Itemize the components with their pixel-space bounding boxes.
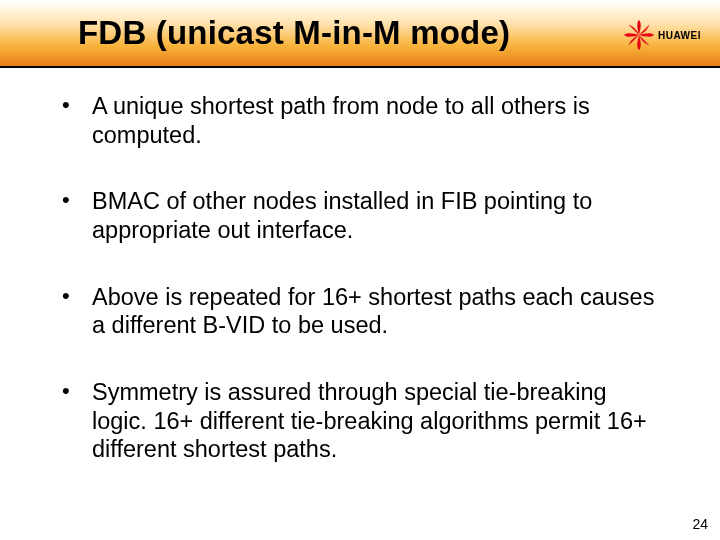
bullet-item: A unique shortest path from node to all …	[56, 92, 664, 149]
slide-header: FDB (unicast M-in-M mode) HUAWEI	[0, 0, 720, 68]
bullet-item: BMAC of other nodes installed in FIB poi…	[56, 187, 664, 244]
huawei-logo-text: HUAWEI	[658, 30, 701, 41]
slide-content: A unique shortest path from node to all …	[0, 68, 720, 464]
bullet-item: Symmetry is assured through special tie-…	[56, 378, 664, 464]
bullet-list: A unique shortest path from node to all …	[56, 92, 664, 464]
huawei-logo: HUAWEI	[624, 18, 702, 52]
slide-title: FDB (unicast M-in-M mode)	[78, 14, 510, 52]
huawei-flower-icon	[624, 20, 654, 50]
bullet-item: Above is repeated for 16+ shortest paths…	[56, 283, 664, 340]
page-number: 24	[692, 516, 708, 532]
